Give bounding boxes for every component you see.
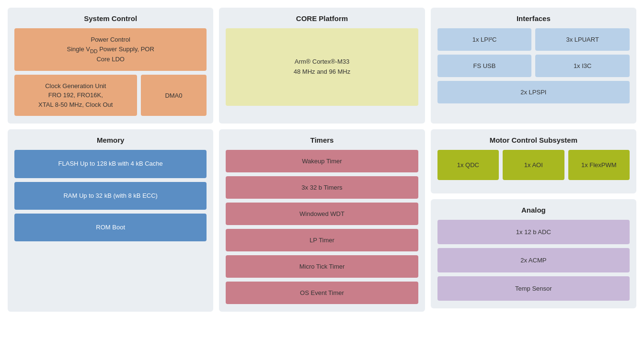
system-control-title: System Control [14,14,207,23]
power-control-block: Power Control Single VDD Power Supply, P… [14,28,207,71]
dma-block: DMA0 [141,75,207,116]
core-platform-title: CORE Platform [226,14,418,23]
arm-cortex-block: Arm® Cortex®-M33 48 MHz and 96 MHz [226,28,418,106]
right-bottom-column: Motor Control Subsystem 1x QDC 1x AOI 1x… [431,129,636,312]
interfaces-grid: 1x LPI²C 3x LPUART FS USB 1x I3C 2x LPSP… [437,28,630,103]
clock-line1: Clock Generation Unit [45,82,106,90]
panel-memory: Memory FLASH Up to 128 kB with 4 kB Cach… [8,129,213,312]
iface-lpuart: 3x LPUART [535,28,630,51]
power-line2: Single VDD Power Supply, POR [67,45,154,53]
timer-wakeup: Wakeup Timer [226,150,418,172]
panel-system-control: System Control Power Control Single VDD … [8,8,213,124]
motor-qdc: 1x QDC [437,150,499,180]
analog-adc: 1x 12 b ADC [437,220,630,244]
timer-32b: 3x 32 b Timers [226,176,418,199]
arm-line1: Arm® Cortex®-M33 [295,58,350,65]
arm-line2: 48 MHz and 96 MHz [294,68,351,75]
dma-label: DMA0 [165,92,182,99]
motor-aoi: 1x AOI [503,150,564,180]
sc-bottom-row: Clock Generation Unit FRO 192, FRO16K, X… [14,75,207,116]
power-line1: Power Control [91,36,130,43]
iface-lpi2c: 1x LPI²C [437,28,532,51]
timer-lp: LP Timer [226,229,418,251]
power-line3: Core LDO [96,56,125,63]
panel-interfaces: Interfaces 1x LPI²C 3x LPUART FS USB 1x … [431,8,636,124]
motor-control-title: Motor Control Subsystem [437,136,630,144]
mem-ram: RAM Up to 32 kB (with 8 kB ECC) [14,182,207,210]
panel-analog: Analog 1x 12 b ADC 2x ACMP Temp Sensor [431,199,636,308]
analog-temp: Temp Sensor [437,276,630,301]
mem-flash: FLASH Up to 128 kB with 4 kB Cache [14,150,207,178]
iface-lpspi: 2x LPSPI [437,81,630,103]
motor-flexpwm: 1x FlexPWM [568,150,630,180]
iface-i3c: 1x I3C [535,55,630,77]
memory-title: Memory [14,136,207,144]
timers-title: Timers [226,136,418,144]
interfaces-title: Interfaces [437,14,630,23]
clock-line2: FRO 192, FRO16K, [48,91,103,99]
panel-timers: Timers Wakeup Timer 3x 32 b Timers Windo… [219,129,425,312]
clock-block: Clock Generation Unit FRO 192, FRO16K, X… [14,75,137,116]
motor-grid: 1x QDC 1x AOI 1x FlexPWM [437,150,630,180]
analog-acmp: 2x ACMP [437,248,630,272]
timer-wdt: Windowed WDT [226,203,418,225]
mem-rom: ROM Boot [14,214,207,241]
timer-osevent: OS Event Timer [226,282,418,304]
clock-line3: XTAL 8-50 MHz, Clock Out [38,101,113,108]
iface-fusb: FS USB [437,55,532,77]
panel-motor-control: Motor Control Subsystem 1x QDC 1x AOI 1x… [431,129,636,193]
analog-title: Analog [437,206,630,214]
panel-core-platform: CORE Platform Arm® Cortex®-M33 48 MHz an… [219,8,425,124]
timer-microtick: Micro Tick Timer [226,255,418,278]
main-grid: System Control Power Control Single VDD … [8,8,636,312]
